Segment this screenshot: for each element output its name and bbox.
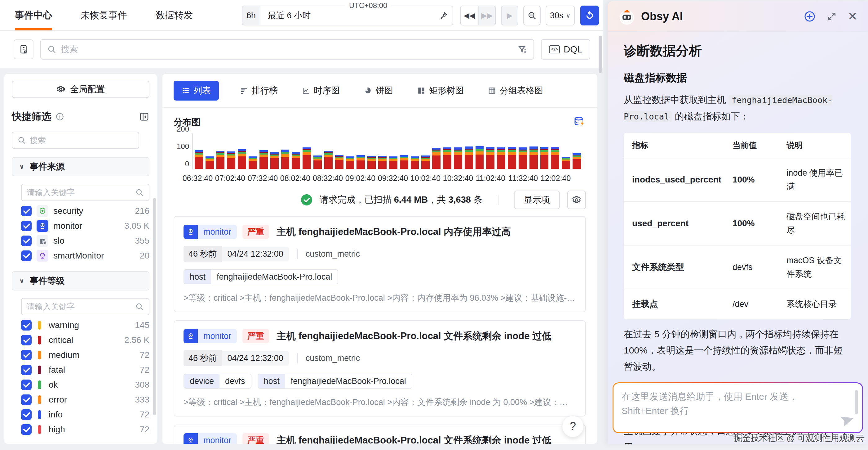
chart-bar[interactable] xyxy=(540,147,549,169)
checkbox-critical[interactable] xyxy=(21,335,32,345)
chart-bar[interactable] xyxy=(356,155,365,169)
chart-bar[interactable] xyxy=(529,146,538,169)
list-item-error[interactable]: error333 xyxy=(21,392,149,407)
tab-分组表格图[interactable]: 分组表格图 xyxy=(485,81,546,101)
event-card[interactable]: monitor严重主机 fenghaijiedeMacBook-Pro.loca… xyxy=(174,425,586,444)
chart-bar[interactable] xyxy=(195,150,203,169)
chart-bar[interactable] xyxy=(313,156,322,169)
close-icon[interactable]: ✕ xyxy=(847,10,858,22)
list-item-security[interactable]: security216 xyxy=(21,204,149,219)
filter-funnel-icon[interactable] xyxy=(517,45,527,54)
event-card[interactable]: monitor严重主机 fenghaijiedeMacBook-Pro.loca… xyxy=(174,320,586,417)
play-button[interactable]: ▶ xyxy=(501,6,518,25)
step-back-button[interactable]: ◀◀ xyxy=(461,6,478,25)
nav-tab-数据转发[interactable]: 数据转发 xyxy=(156,0,193,30)
list-settings-button[interactable] xyxy=(567,191,586,209)
chart-bar[interactable] xyxy=(432,148,440,169)
chart-bar[interactable] xyxy=(378,156,386,169)
expand-icon[interactable] xyxy=(827,11,837,22)
chart-bar[interactable] xyxy=(281,149,289,169)
query-database-icon[interactable] xyxy=(574,116,586,129)
chart-bar[interactable] xyxy=(335,155,343,169)
chart-bar[interactable] xyxy=(475,146,484,169)
checkbox-medium[interactable] xyxy=(21,350,32,360)
chat-input-scrollbar[interactable] xyxy=(855,390,858,414)
sidebar-scrollbar[interactable] xyxy=(153,198,156,415)
chart-bar[interactable] xyxy=(227,151,235,169)
refresh-interval-select[interactable]: 30s ∨ xyxy=(546,6,575,25)
list-item-info[interactable]: info72 xyxy=(21,407,149,422)
tab-饼图[interactable]: 饼图 xyxy=(361,81,396,101)
tag-host[interactable]: hostfenghaijiedeMacBook-Pro.local xyxy=(184,270,338,284)
info-icon[interactable] xyxy=(55,112,64,121)
chart-bar[interactable] xyxy=(259,150,268,169)
chart-bar[interactable] xyxy=(465,146,473,169)
global-config-button[interactable]: 全局配置 xyxy=(12,81,149,98)
checkbox-high[interactable] xyxy=(21,424,32,435)
filter-section-header[interactable]: ∨事件来源 xyxy=(12,157,149,176)
chart-bar[interactable] xyxy=(389,157,397,169)
list-item-fatal[interactable]: fatal72 xyxy=(21,363,149,377)
chart-bar[interactable] xyxy=(324,151,333,169)
chart-bar[interactable] xyxy=(216,151,225,169)
chart-bar[interactable] xyxy=(421,156,430,169)
refresh-button[interactable] xyxy=(580,6,599,25)
checkbox-warning[interactable] xyxy=(21,320,32,331)
nav-tab-事件中心[interactable]: 事件中心 xyxy=(15,0,52,30)
event-card[interactable]: monitor严重主机 fenghaijiedeMacBook-Pro.loca… xyxy=(174,216,586,312)
chart-plot[interactable]: 2001000 xyxy=(192,134,583,169)
dql-button[interactable]: </> DQL xyxy=(541,39,590,60)
time-range-short[interactable]: 6h xyxy=(242,6,260,25)
list-item-medium[interactable]: medium72 xyxy=(21,347,149,363)
page-scrollbar[interactable] xyxy=(599,36,602,73)
send-icon[interactable] xyxy=(840,412,856,428)
saved-views-button[interactable] xyxy=(13,39,33,59)
list-item-critical[interactable]: critical2.56 K xyxy=(21,333,149,347)
keyword-search-input[interactable] xyxy=(27,302,131,312)
checkbox-security[interactable] xyxy=(21,206,32,216)
list-item-smartMonitor[interactable]: smartMonitor20 xyxy=(21,248,149,263)
tab-列表[interactable]: 列表 xyxy=(174,81,219,101)
step-forward-button[interactable]: ▶▶ xyxy=(478,6,495,25)
chart-bar[interactable] xyxy=(562,157,570,169)
chart-bar[interactable] xyxy=(249,157,257,169)
filter-section-header[interactable]: ∨事件等级 xyxy=(12,271,149,290)
tag-device[interactable]: devicedevfs xyxy=(184,374,251,389)
chart-bar[interactable] xyxy=(292,152,300,169)
checkbox-fatal[interactable] xyxy=(21,365,32,375)
tab-排行榜[interactable]: 排行榜 xyxy=(237,81,281,101)
checkbox-slo[interactable] xyxy=(21,235,32,246)
chart-bar[interactable] xyxy=(346,157,354,169)
help-button[interactable]: ? xyxy=(562,416,583,437)
list-item-slo[interactable]: slo355 xyxy=(21,233,149,248)
search-input[interactable] xyxy=(61,45,513,54)
chart-bar[interactable] xyxy=(508,147,516,169)
list-item-ok[interactable]: ok308 xyxy=(21,377,149,392)
pin-icon[interactable] xyxy=(434,6,453,25)
keyword-search-input[interactable] xyxy=(27,188,131,197)
chart-bar[interactable] xyxy=(270,152,279,169)
display-items-button[interactable]: 显示项 xyxy=(514,191,560,209)
tab-时序图[interactable]: 时序图 xyxy=(299,81,343,101)
list-item-warning[interactable]: warning145 xyxy=(21,318,149,333)
checkbox-info[interactable] xyxy=(21,409,32,420)
chat-input[interactable] xyxy=(622,390,843,427)
checkbox-ok[interactable] xyxy=(21,379,32,390)
chart-bar[interactable] xyxy=(400,155,408,169)
list-item-monitor[interactable]: monitor3.05 K xyxy=(21,219,149,233)
chart-bar[interactable] xyxy=(303,147,311,169)
list-item-high[interactable]: high72 xyxy=(21,422,149,437)
tab-矩形树图[interactable]: 矩形树图 xyxy=(414,81,467,101)
chart-bar[interactable] xyxy=(206,157,214,169)
nav-tab-未恢复事件[interactable]: 未恢复事件 xyxy=(81,0,127,30)
collapse-panel-icon[interactable] xyxy=(139,111,149,122)
checkbox-smartMonitor[interactable] xyxy=(21,250,32,261)
chart-bar[interactable] xyxy=(497,147,505,169)
chart-bar[interactable] xyxy=(572,153,581,169)
filter-search-input[interactable] xyxy=(30,136,134,145)
checkbox-error[interactable] xyxy=(21,394,32,405)
chart-bar[interactable] xyxy=(411,157,419,169)
new-chat-plus-icon[interactable] xyxy=(804,10,816,23)
chart-bar[interactable] xyxy=(519,147,527,169)
chart-bar[interactable] xyxy=(443,147,452,169)
